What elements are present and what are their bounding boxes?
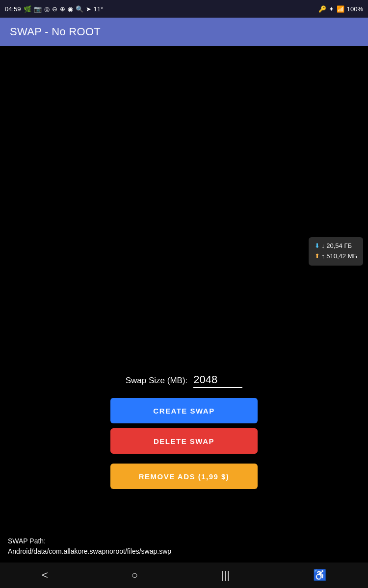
download-icon: ⬇ bbox=[315, 242, 322, 249]
swap-path-label: SWAP Path: bbox=[8, 536, 360, 546]
status-icon2: ⊖ bbox=[52, 5, 57, 13]
status-right: 🔑 ✦ 📶 100% bbox=[318, 5, 363, 13]
delete-swap-button[interactable]: DELETE SWAP bbox=[110, 428, 258, 454]
status-search-icon: 🔍 bbox=[76, 5, 83, 13]
status-left: 04:59 🌿 📷 ◎ ⊖ ⊕ ◉ 🔍 ➤ 11° bbox=[5, 5, 103, 13]
status-emoji2: 📷 bbox=[34, 5, 42, 13]
remove-ads-button[interactable]: REMOVE ADS (1,99 $) bbox=[110, 464, 258, 489]
upload-icon: ⬆ bbox=[315, 252, 322, 260]
status-bar: 04:59 🌿 📷 ◎ ⊖ ⊕ ◉ 🔍 ➤ 11° 🔑 ✦ 📶 100% bbox=[0, 0, 368, 18]
status-icon3: ⊕ bbox=[60, 5, 65, 13]
network-widget: ⬇ ↓ 20,54 ГБ ⬆ ↑ 510,42 МБ bbox=[309, 237, 363, 266]
upload-value: ↑ 510,42 МБ bbox=[321, 252, 357, 260]
status-icon1: ◎ bbox=[44, 5, 50, 13]
status-icon4: ◉ bbox=[68, 5, 73, 13]
app-bar: SWAP - No ROOT bbox=[0, 18, 368, 46]
swap-size-row: Swap Size (MB): bbox=[126, 373, 243, 388]
network-upload: ⬆ ↑ 510,42 МБ bbox=[315, 251, 357, 262]
status-battery: 100% bbox=[347, 5, 363, 13]
status-key-icon: 🔑 bbox=[318, 5, 326, 13]
home-button[interactable]: ○ bbox=[122, 565, 148, 586]
status-temp: 11° bbox=[94, 5, 104, 13]
accessibility-button[interactable]: ♿ bbox=[303, 565, 336, 586]
status-send-icon: ➤ bbox=[86, 5, 91, 13]
back-button[interactable]: < bbox=[32, 565, 58, 586]
swap-size-input[interactable] bbox=[193, 373, 242, 388]
swap-size-label: Swap Size (MB): bbox=[126, 376, 188, 386]
network-download: ⬇ ↓ 20,54 ГБ bbox=[315, 241, 357, 251]
status-emoji1: 🌿 bbox=[24, 5, 31, 13]
swap-path-value: Android/data/com.allakore.swapnoroot/fil… bbox=[8, 546, 360, 557]
status-wifi-icon: 📶 bbox=[337, 5, 344, 13]
status-time: 04:59 bbox=[5, 5, 21, 13]
swap-path-section: SWAP Path: Android/data/com.allakore.swa… bbox=[0, 530, 368, 563]
recents-button[interactable]: ||| bbox=[211, 565, 239, 586]
controls-section: Swap Size (MB): CREATE SWAP DELETE SWAP … bbox=[0, 373, 368, 494]
download-value: ↓ 20,54 ГБ bbox=[321, 242, 352, 249]
create-swap-button[interactable]: CREATE SWAP bbox=[110, 398, 258, 423]
app-title: SWAP - No ROOT bbox=[10, 25, 101, 38]
nav-bar: < ○ ||| ♿ bbox=[0, 563, 368, 588]
status-bluetooth-icon: ✦ bbox=[329, 5, 334, 13]
main-content: ⬇ ↓ 20,54 ГБ ⬆ ↑ 510,42 МБ Swap Size (MB… bbox=[0, 46, 368, 563]
